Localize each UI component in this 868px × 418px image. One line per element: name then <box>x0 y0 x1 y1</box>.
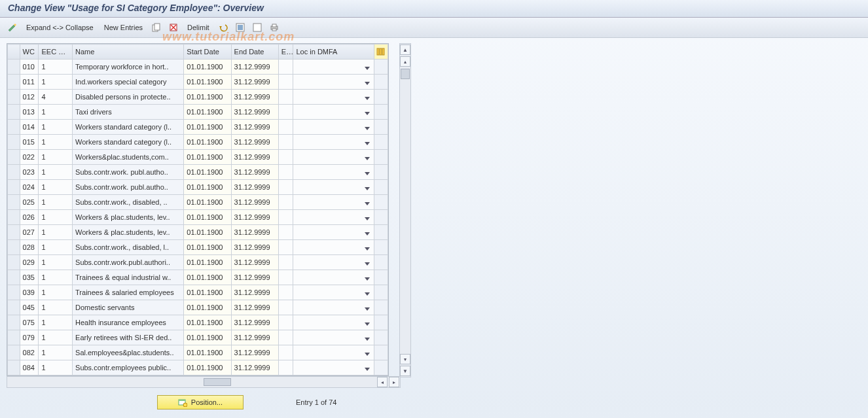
cell-start-date[interactable]: 01.01.1900 <box>184 195 231 210</box>
loc-dropdown-icon[interactable] <box>365 232 370 235</box>
cell-eec[interactable]: 1 <box>39 270 73 285</box>
row-selector[interactable] <box>8 90 20 105</box>
row-selector[interactable] <box>8 330 20 345</box>
cell-name[interactable]: Subs.contr.work. publ.autho.. <box>73 165 184 180</box>
vertical-scrollbar[interactable]: ▲ ▴ ▾ ▼ <box>399 43 411 377</box>
cell-e[interactable] <box>278 270 293 285</box>
cell-loc-dmfa[interactable] <box>293 90 374 105</box>
loc-dropdown-icon[interactable] <box>365 67 370 70</box>
cell-wc[interactable]: 015 <box>20 135 39 150</box>
col-header-start[interactable]: Start Date <box>184 44 231 60</box>
row-selector[interactable] <box>8 105 20 120</box>
loc-dropdown-icon[interactable] <box>365 353 370 356</box>
cell-loc-dmfa[interactable] <box>293 165 374 180</box>
table-row[interactable]: 0141Workers standard category (l..01.01.… <box>8 120 388 135</box>
cell-eec[interactable]: 1 <box>39 360 73 375</box>
cell-end-date[interactable]: 31.12.9999 <box>231 60 278 75</box>
cell-end-date[interactable]: 31.12.9999 <box>231 360 278 375</box>
cell-wc[interactable]: 022 <box>20 150 39 165</box>
row-selector[interactable] <box>8 165 20 180</box>
cell-end-date[interactable]: 31.12.9999 <box>231 225 278 240</box>
expand-collapse-button[interactable]: Expand <-> Collapse <box>24 22 96 33</box>
table-row[interactable]: 0821Sal.employees&plac.students..01.01.1… <box>8 345 388 360</box>
cell-start-date[interactable]: 01.01.1900 <box>184 360 231 375</box>
cell-eec[interactable]: 1 <box>39 285 73 300</box>
table-row[interactable]: 0271Workers & plac.students, lev..01.01.… <box>8 225 388 240</box>
deselect-all-icon[interactable] <box>251 22 263 33</box>
cell-eec[interactable]: 1 <box>39 165 73 180</box>
cell-loc-dmfa[interactable] <box>293 345 374 360</box>
cell-start-date[interactable]: 01.01.1900 <box>184 210 231 225</box>
cell-wc[interactable]: 024 <box>20 180 39 195</box>
table-row[interactable]: 0751Health insurance employees01.01.1900… <box>8 315 388 330</box>
cell-start-date[interactable]: 01.01.1900 <box>184 270 231 285</box>
table-row[interactable]: 0841Subs.contr.employees public..01.01.1… <box>8 360 388 375</box>
loc-dropdown-icon[interactable] <box>365 202 370 205</box>
toggle-display-icon[interactable] <box>7 22 18 33</box>
cell-e[interactable] <box>278 135 293 150</box>
cell-wc[interactable]: 075 <box>20 315 39 330</box>
cell-name[interactable]: Taxi drivers <box>73 105 184 120</box>
cell-e[interactable] <box>278 360 293 375</box>
cell-start-date[interactable]: 01.01.1900 <box>184 90 231 105</box>
row-selector[interactable] <box>8 285 20 300</box>
loc-dropdown-icon[interactable] <box>365 262 370 266</box>
cell-e[interactable] <box>278 285 293 300</box>
cell-start-date[interactable]: 01.01.1900 <box>184 75 231 90</box>
cell-name[interactable]: Temporary workforce in hort.. <box>73 60 184 75</box>
cell-e[interactable] <box>278 120 293 135</box>
row-selector[interactable] <box>8 120 20 135</box>
row-selector[interactable] <box>8 360 20 375</box>
cell-name[interactable]: Subs.contr.work., disabled, l.. <box>73 240 184 255</box>
cell-name[interactable]: Ind.workers special category <box>73 75 184 90</box>
cell-eec[interactable]: 1 <box>39 135 73 150</box>
cell-wc[interactable]: 025 <box>20 195 39 210</box>
cell-e[interactable] <box>278 105 293 120</box>
loc-dropdown-icon[interactable] <box>365 127 370 130</box>
row-selector[interactable] <box>8 210 20 225</box>
cell-loc-dmfa[interactable] <box>293 330 374 345</box>
horizontal-scrollbar[interactable]: ◂ ▸ <box>7 376 401 388</box>
cell-end-date[interactable]: 31.12.9999 <box>231 315 278 330</box>
cell-loc-dmfa[interactable] <box>293 360 374 375</box>
cell-loc-dmfa[interactable] <box>293 270 374 285</box>
cell-end-date[interactable]: 31.12.9999 <box>231 285 278 300</box>
hscroll-thumb[interactable] <box>204 378 231 386</box>
cell-name[interactable]: Subs.contr.work.publ.authori.. <box>73 255 184 270</box>
cell-name[interactable]: Workers standard category (l.. <box>73 135 184 150</box>
cell-wc[interactable]: 010 <box>20 60 39 75</box>
cell-eec[interactable]: 1 <box>39 300 73 315</box>
cell-loc-dmfa[interactable] <box>293 180 374 195</box>
scroll-up-step-icon[interactable]: ▴ <box>400 56 410 67</box>
cell-start-date[interactable]: 01.01.1900 <box>184 135 231 150</box>
table-row[interactable]: 0221Workers&plac.students,com..01.01.190… <box>8 150 388 165</box>
table-row[interactable]: 0391Trainees & salaried employees01.01.1… <box>8 285 388 300</box>
cell-eec[interactable]: 1 <box>39 330 73 345</box>
loc-dropdown-icon[interactable] <box>365 112 370 115</box>
row-selector[interactable] <box>8 240 20 255</box>
cell-end-date[interactable]: 31.12.9999 <box>231 165 278 180</box>
cell-name[interactable]: Subs.contr.work. publ.autho.. <box>73 180 184 195</box>
cell-eec[interactable]: 1 <box>39 105 73 120</box>
cell-loc-dmfa[interactable] <box>293 60 374 75</box>
row-selector[interactable] <box>8 150 20 165</box>
scroll-left-icon[interactable]: ◂ <box>377 377 388 387</box>
cell-eec[interactable]: 1 <box>39 210 73 225</box>
cell-e[interactable] <box>278 210 293 225</box>
cell-start-date[interactable]: 01.01.1900 <box>184 120 231 135</box>
table-row[interactable]: 0231Subs.contr.work. publ.autho..01.01.1… <box>8 165 388 180</box>
col-header-end[interactable]: End Date <box>231 44 278 60</box>
row-selector[interactable] <box>8 270 20 285</box>
cell-name[interactable]: Early retirees with SI-ER ded.. <box>73 330 184 345</box>
print-icon[interactable] <box>268 22 280 33</box>
table-row[interactable]: 0261Workers & plac.students, lev..01.01.… <box>8 210 388 225</box>
cell-start-date[interactable]: 01.01.1900 <box>184 240 231 255</box>
table-row[interactable]: 0451Domestic servants01.01.190031.12.999… <box>8 300 388 315</box>
cell-e[interactable] <box>278 255 293 270</box>
hscroll-track[interactable] <box>7 378 376 386</box>
cell-start-date[interactable]: 01.01.1900 <box>184 300 231 315</box>
cell-loc-dmfa[interactable] <box>293 225 374 240</box>
cell-start-date[interactable]: 01.01.1900 <box>184 225 231 240</box>
table-row[interactable]: 0124Disabled persons in protecte..01.01.… <box>8 90 388 105</box>
cell-name[interactable]: Trainees & equal industrial w.. <box>73 270 184 285</box>
